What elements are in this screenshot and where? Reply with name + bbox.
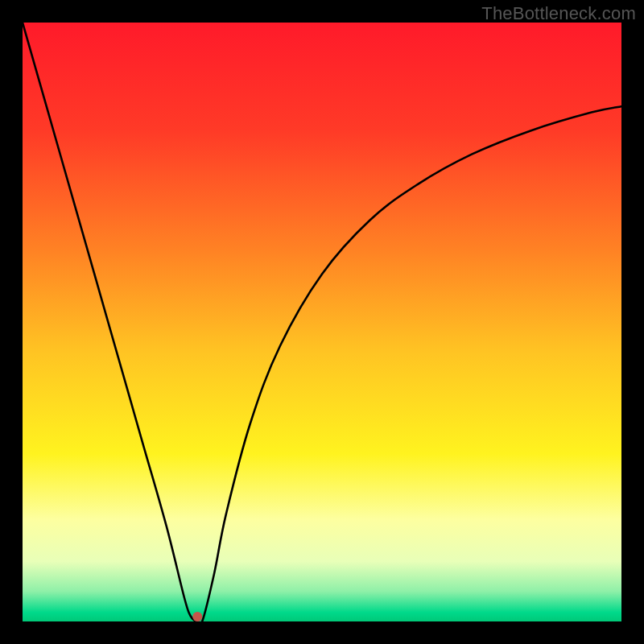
plot-area xyxy=(23,23,621,621)
chart-svg xyxy=(23,23,621,621)
watermark-text: TheBottleneck.com xyxy=(481,3,636,24)
chart-frame: TheBottleneck.com xyxy=(0,0,644,644)
gradient-background xyxy=(23,23,621,621)
min-point-marker xyxy=(192,612,202,621)
